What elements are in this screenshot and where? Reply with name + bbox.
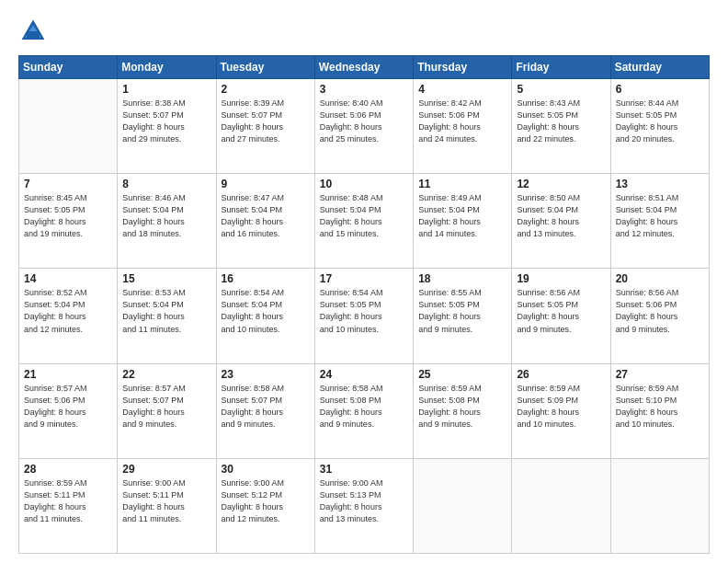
weekday-header-tuesday: Tuesday [216, 56, 314, 79]
day-info: Sunrise: 9:00 AM Sunset: 5:11 PM Dayligh… [122, 477, 210, 525]
logo-icon [18, 17, 48, 46]
day-number: 21 [24, 368, 112, 381]
weekday-header-row: SundayMondayTuesdayWednesdayThursdayFrid… [19, 56, 710, 79]
day-info: Sunrise: 8:39 AM Sunset: 5:07 PM Dayligh… [222, 98, 310, 145]
day-info: Sunrise: 8:58 AM Sunset: 5:08 PM Dayligh… [320, 383, 408, 431]
day-number: 2 [222, 83, 310, 96]
day-info: Sunrise: 8:47 AM Sunset: 5:04 PM Dayligh… [222, 192, 310, 240]
day-info: Sunrise: 8:55 AM Sunset: 5:05 PM Dayligh… [418, 287, 506, 335]
calendar-cell: 8Sunrise: 8:46 AM Sunset: 5:04 PM Daylig… [118, 174, 216, 269]
weekday-header-monday: Monday [118, 56, 216, 79]
day-number: 27 [616, 368, 704, 381]
day-number: 7 [24, 178, 112, 190]
day-info: Sunrise: 8:51 AM Sunset: 5:04 PM Dayligh… [616, 192, 704, 240]
day-info: Sunrise: 8:59 AM Sunset: 5:10 PM Dayligh… [616, 383, 704, 431]
weekday-header-friday: Friday [512, 56, 610, 79]
calendar-cell: 29Sunrise: 9:00 AM Sunset: 5:11 PM Dayli… [118, 458, 216, 553]
calendar-cell: 30Sunrise: 9:00 AM Sunset: 5:12 PM Dayli… [216, 458, 314, 553]
calendar-cell: 18Sunrise: 8:55 AM Sunset: 5:05 PM Dayli… [414, 269, 512, 363]
calendar-cell: 4Sunrise: 8:42 AM Sunset: 5:06 PM Daylig… [414, 79, 512, 174]
svg-rect-2 [27, 31, 40, 38]
calendar-cell: 1Sunrise: 8:38 AM Sunset: 5:07 PM Daylig… [118, 79, 216, 174]
day-info: Sunrise: 8:43 AM Sunset: 5:05 PM Dayligh… [517, 98, 605, 145]
calendar-cell: 15Sunrise: 8:53 AM Sunset: 5:04 PM Dayli… [118, 269, 216, 363]
day-number: 31 [320, 463, 408, 476]
calendar-cell: 12Sunrise: 8:50 AM Sunset: 5:04 PM Dayli… [512, 174, 610, 269]
day-info: Sunrise: 8:44 AM Sunset: 5:05 PM Dayligh… [616, 98, 704, 145]
calendar-cell: 25Sunrise: 8:59 AM Sunset: 5:08 PM Dayli… [414, 363, 512, 458]
day-number: 17 [320, 272, 408, 285]
day-info: Sunrise: 8:46 AM Sunset: 5:04 PM Dayligh… [122, 192, 210, 240]
day-info: Sunrise: 8:56 AM Sunset: 5:06 PM Dayligh… [616, 287, 704, 335]
day-info: Sunrise: 8:57 AM Sunset: 5:07 PM Dayligh… [122, 383, 210, 431]
day-number: 12 [517, 178, 605, 190]
day-info: Sunrise: 8:40 AM Sunset: 5:06 PM Dayligh… [320, 98, 408, 145]
day-info: Sunrise: 8:58 AM Sunset: 5:07 PM Dayligh… [222, 383, 310, 431]
calendar-cell: 2Sunrise: 8:39 AM Sunset: 5:07 PM Daylig… [216, 79, 314, 174]
calendar-cell [19, 79, 118, 174]
calendar-week-row: 21Sunrise: 8:57 AM Sunset: 5:06 PM Dayli… [19, 363, 710, 458]
day-number: 19 [517, 272, 605, 285]
day-number: 4 [418, 83, 506, 96]
calendar-cell: 27Sunrise: 8:59 AM Sunset: 5:10 PM Dayli… [610, 363, 709, 458]
calendar-week-row: 28Sunrise: 8:59 AM Sunset: 5:11 PM Dayli… [19, 458, 710, 553]
calendar-cell: 7Sunrise: 8:45 AM Sunset: 5:05 PM Daylig… [19, 174, 118, 269]
header [18, 17, 710, 46]
day-number: 8 [122, 178, 210, 190]
day-info: Sunrise: 9:00 AM Sunset: 5:12 PM Dayligh… [222, 477, 310, 525]
calendar-cell: 13Sunrise: 8:51 AM Sunset: 5:04 PM Dayli… [610, 174, 709, 269]
logo [18, 17, 51, 46]
day-number: 3 [320, 83, 408, 96]
day-info: Sunrise: 8:48 AM Sunset: 5:04 PM Dayligh… [320, 192, 408, 240]
day-number: 16 [222, 272, 310, 285]
calendar-cell: 14Sunrise: 8:52 AM Sunset: 5:04 PM Dayli… [19, 269, 118, 363]
day-info: Sunrise: 8:42 AM Sunset: 5:06 PM Dayligh… [418, 98, 506, 145]
calendar-cell: 6Sunrise: 8:44 AM Sunset: 5:05 PM Daylig… [610, 79, 709, 174]
calendar-cell: 24Sunrise: 8:58 AM Sunset: 5:08 PM Dayli… [314, 363, 413, 458]
day-info: Sunrise: 8:59 AM Sunset: 5:09 PM Dayligh… [517, 383, 605, 431]
day-number: 30 [222, 463, 310, 476]
calendar-cell: 5Sunrise: 8:43 AM Sunset: 5:05 PM Daylig… [512, 79, 610, 174]
calendar-cell: 26Sunrise: 8:59 AM Sunset: 5:09 PM Dayli… [512, 363, 610, 458]
day-number: 1 [122, 83, 210, 96]
calendar-cell: 22Sunrise: 8:57 AM Sunset: 5:07 PM Dayli… [118, 363, 216, 458]
calendar-cell: 3Sunrise: 8:40 AM Sunset: 5:06 PM Daylig… [314, 79, 413, 174]
calendar-cell: 20Sunrise: 8:56 AM Sunset: 5:06 PM Dayli… [610, 269, 709, 363]
day-number: 14 [24, 272, 112, 285]
day-info: Sunrise: 8:52 AM Sunset: 5:04 PM Dayligh… [24, 287, 112, 335]
weekday-header-thursday: Thursday [414, 56, 512, 79]
day-info: Sunrise: 8:56 AM Sunset: 5:05 PM Dayligh… [517, 287, 605, 335]
weekday-header-wednesday: Wednesday [314, 56, 413, 79]
day-info: Sunrise: 8:50 AM Sunset: 5:04 PM Dayligh… [517, 192, 605, 240]
day-number: 22 [122, 368, 210, 381]
day-number: 25 [418, 368, 506, 381]
calendar-cell [414, 458, 512, 553]
day-info: Sunrise: 8:59 AM Sunset: 5:08 PM Dayligh… [418, 383, 506, 431]
day-number: 9 [222, 178, 310, 190]
calendar-cell: 16Sunrise: 8:54 AM Sunset: 5:04 PM Dayli… [216, 269, 314, 363]
day-info: Sunrise: 8:49 AM Sunset: 5:04 PM Dayligh… [418, 192, 506, 240]
day-info: Sunrise: 8:54 AM Sunset: 5:05 PM Dayligh… [320, 287, 408, 335]
day-number: 23 [222, 368, 310, 381]
day-number: 5 [517, 83, 605, 96]
day-number: 13 [616, 178, 704, 190]
day-info: Sunrise: 8:53 AM Sunset: 5:04 PM Dayligh… [122, 287, 210, 335]
weekday-header-saturday: Saturday [610, 56, 709, 79]
calendar-cell: 9Sunrise: 8:47 AM Sunset: 5:04 PM Daylig… [216, 174, 314, 269]
day-number: 24 [320, 368, 408, 381]
calendar-cell [610, 458, 709, 553]
day-number: 29 [122, 463, 210, 476]
calendar-cell: 19Sunrise: 8:56 AM Sunset: 5:05 PM Dayli… [512, 269, 610, 363]
calendar-cell: 31Sunrise: 9:00 AM Sunset: 5:13 PM Dayli… [314, 458, 413, 553]
day-info: Sunrise: 8:54 AM Sunset: 5:04 PM Dayligh… [222, 287, 310, 335]
calendar-week-row: 14Sunrise: 8:52 AM Sunset: 5:04 PM Dayli… [19, 269, 710, 363]
day-info: Sunrise: 9:00 AM Sunset: 5:13 PM Dayligh… [320, 477, 408, 525]
page: SundayMondayTuesdayWednesdayThursdayFrid… [0, 0, 728, 563]
day-number: 10 [320, 178, 408, 190]
calendar-cell: 28Sunrise: 8:59 AM Sunset: 5:11 PM Dayli… [19, 458, 118, 553]
weekday-header-sunday: Sunday [19, 56, 118, 79]
day-number: 11 [418, 178, 506, 190]
day-number: 20 [616, 272, 704, 285]
calendar-cell [512, 458, 610, 553]
day-info: Sunrise: 8:45 AM Sunset: 5:05 PM Dayligh… [24, 192, 112, 240]
